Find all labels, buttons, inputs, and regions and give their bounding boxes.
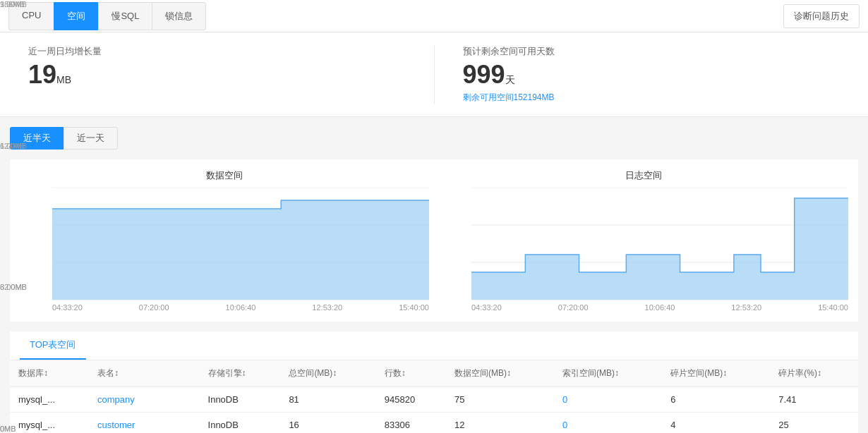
days-unit: 天 — [505, 74, 515, 85]
growth-unit: MB — [56, 74, 71, 85]
tab-slow-sql[interactable]: 慢SQL — [98, 2, 152, 30]
cell-frag-1: 4 — [662, 412, 770, 433]
log-space-chart: 日志空间 9.00MB 6.00MB 3.00MB 0MB — [439, 169, 848, 312]
col-total: 总空间(MB)↕ — [280, 360, 375, 387]
log-y-label-2: 3.00MB — [0, 283, 32, 291]
space-table: 数据库↕ 表名↕ 存储引擎↕ 总空间(MB)↕ 行数↕ 数据空间(MB)↕ 索引… — [10, 360, 858, 433]
cell-total-0: 81 — [280, 386, 375, 412]
data-space-chart: 数据空间 186MB 124MB 62.0MB 0MB — [20, 169, 429, 312]
diag-history-button[interactable]: 诊断问题历史 — [783, 4, 860, 28]
main-content: 近半天 近一天 数据空间 186MB 124MB 62.0MB 0MB — [0, 117, 868, 433]
col-frag-rate: 碎片率(%)↕ — [770, 360, 858, 387]
log-chart-y-axis: 9.00MB 6.00MB 3.00MB 0MB — [0, 0, 32, 433]
cell-index-1: 0 — [554, 412, 662, 433]
table-section: TOP表空间 数据库↕ 表名↕ 存储引擎↕ 总空间(MB)↕ 行数↕ 数据空间(… — [10, 331, 858, 433]
table-header-row: 数据库↕ 表名↕ 存储引擎↕ 总空间(MB)↕ 行数↕ 数据空间(MB)↕ 索引… — [10, 360, 858, 387]
time-tab-one-day[interactable]: 近一天 — [64, 127, 118, 150]
col-engine: 存储引擎↕ — [200, 360, 281, 387]
time-tab-group: 近半天 近一天 — [10, 127, 858, 150]
log-chart-title: 日志空间 — [439, 169, 848, 182]
log-y-label-3: 6.00MB — [0, 142, 32, 150]
cell-data-1: 12 — [446, 412, 554, 433]
col-frag: 碎片空间(MB)↕ — [662, 360, 770, 387]
summary-bar: 近一周日均增长量 19MB 预计剩余空间可用天数 999天 剩余可用空间1521… — [0, 32, 868, 117]
tab-lock-info[interactable]: 锁信息 — [152, 2, 206, 30]
days-number: 999 — [463, 60, 505, 89]
summary-growth: 近一周日均增长量 19MB — [0, 45, 434, 104]
col-rows: 行数↕ — [376, 360, 446, 387]
svg-marker-9 — [471, 198, 848, 300]
log-chart-canvas — [471, 188, 848, 300]
cell-table-1[interactable]: customer — [89, 412, 200, 433]
log-y-label-1: 0MB — [0, 425, 32, 433]
cell-total-1: 16 — [280, 412, 375, 433]
top-navigation: CPU 空间 慢SQL 锁信息 诊断问题历史 — [0, 0, 868, 32]
cell-fragrate-1: 25 — [770, 412, 858, 433]
table-row: mysql_... company InnoDB 81 945820 75 0 … — [10, 386, 858, 412]
col-index: 索引空间(MB)↕ — [554, 360, 662, 387]
log-y-label-4: 9.00MB — [0, 0, 32, 8]
cell-frag-0: 6 — [662, 386, 770, 412]
days-label: 预计剩余空间可用天数 — [463, 45, 840, 58]
tab-space[interactable]: 空间 — [54, 2, 98, 30]
svg-marker-4 — [52, 200, 429, 300]
col-data: 数据空间(MB)↕ — [446, 360, 554, 387]
cell-table-0[interactable]: company — [89, 386, 200, 412]
cell-rows-1: 83306 — [376, 412, 446, 433]
data-chart-x-axis: 04:33:20 07:20:00 10:06:40 12:53:20 15:4… — [52, 300, 429, 312]
table-tab-bar: TOP表空间 — [10, 331, 858, 360]
cell-fragrate-0: 7.41 — [770, 386, 858, 412]
growth-value: 19MB — [28, 61, 406, 89]
charts-section: 数据空间 186MB 124MB 62.0MB 0MB — [10, 159, 858, 322]
nav-tab-group: CPU 空间 慢SQL 锁信息 — [8, 2, 206, 30]
cell-data-0: 75 — [446, 386, 554, 412]
growth-number: 19 — [28, 60, 56, 89]
cell-index-0: 0 — [554, 386, 662, 412]
days-value: 999天 — [463, 61, 840, 89]
summary-days: 预计剩余空间可用天数 999天 剩余可用空间152194MB — [434, 45, 869, 104]
log-chart-x-axis: 04:33:20 07:20:00 10:06:40 12:53:20 15:4… — [471, 300, 848, 312]
col-table: 表名↕ — [89, 360, 200, 387]
data-chart-title: 数据空间 — [20, 169, 429, 182]
growth-label: 近一周日均增长量 — [28, 45, 406, 58]
remaining-space: 剩余可用空间152194MB — [463, 92, 840, 104]
cell-engine-0: InnoDB — [200, 386, 281, 412]
cell-rows-0: 945820 — [376, 386, 446, 412]
cell-engine-1: InnoDB — [200, 412, 281, 433]
table-row: mysql_... customer InnoDB 16 83306 12 0 … — [10, 412, 858, 433]
data-chart-canvas — [52, 188, 429, 300]
